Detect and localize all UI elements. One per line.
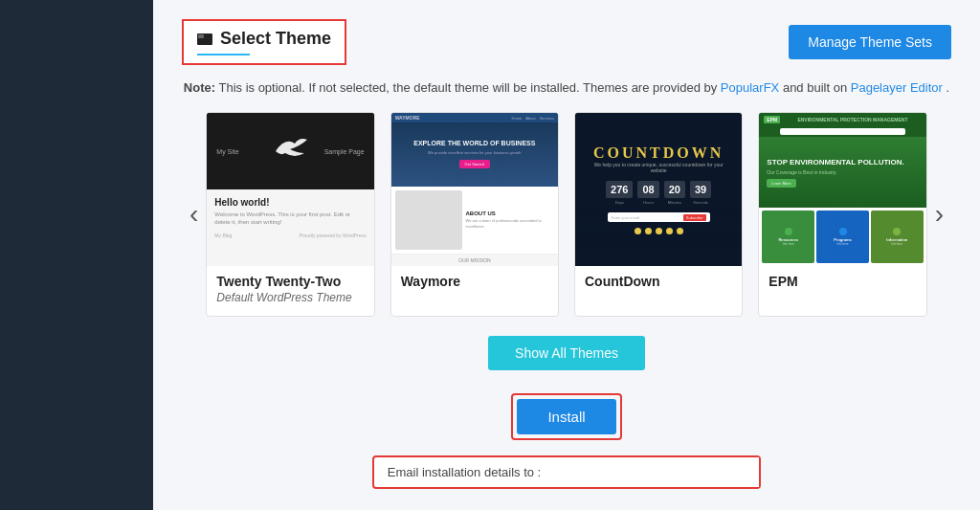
email-input[interactable] — [548, 457, 759, 487]
header-row: Select Theme Manage Theme Sets — [182, 19, 951, 65]
theme-preview-epm: EPM ENVIRONMENTAL PROTECTION MANAGEMENT … — [759, 113, 925, 266]
bird-icon — [271, 132, 309, 161]
theme-card-epm[interactable]: EPM ENVIRONMENTAL PROTECTION MANAGEMENT … — [758, 112, 926, 317]
carousel-prev-button[interactable]: ‹ — [182, 199, 206, 230]
themes-carousel: ‹ My Site Sample Page Hello world! Welco… — [182, 112, 951, 317]
sidebar — [0, 0, 153, 510]
install-button[interactable]: Install — [517, 399, 615, 434]
show-all-themes-button[interactable]: Show All Themes — [488, 336, 645, 370]
section-title-text: Select Theme — [220, 29, 331, 49]
section-title-box: Select Theme — [182, 19, 346, 65]
theme-icon — [197, 33, 212, 45]
theme-info-countdown: CountDown — [575, 266, 742, 300]
main-content: Select Theme Manage Theme Sets Note: Thi… — [153, 0, 980, 510]
show-all-wrapper: Show All Themes — [182, 336, 951, 370]
theme-card-waymore[interactable]: WAYMORE Home About Services EXPLORE THE … — [390, 112, 559, 317]
theme-info-twentytwotwo: Twenty Twenty-Two Default WordPress Them… — [207, 266, 373, 316]
theme-preview-twentytwotwo: My Site Sample Page Hello world! Welcome… — [207, 113, 373, 266]
note-middle: and built on — [783, 80, 851, 95]
theme-preview-countdown: COUNTDOWN We help you to create unique, … — [575, 113, 742, 266]
theme-info-waymore: Waymore — [391, 266, 558, 300]
note-body: This is optional. If not selected, the d… — [218, 80, 720, 95]
carousel-next-button[interactable]: › — [927, 199, 951, 230]
theme-info-epm: EPM — [759, 266, 925, 300]
title-underline — [197, 54, 250, 55]
note-label: Note: — [184, 80, 215, 95]
theme-card-countdown[interactable]: COUNTDOWN We help you to create unique, … — [574, 112, 743, 317]
pagelayer-link[interactable]: Pagelayer Editor — [851, 80, 943, 95]
themes-grid: My Site Sample Page Hello world! Welcome… — [206, 112, 926, 317]
email-label: Email installation details to : — [374, 457, 548, 487]
note-suffix: . — [947, 80, 950, 95]
popularfx-link[interactable]: PopularFX — [721, 80, 779, 95]
install-section: Install Email installation details to : — [182, 393, 951, 489]
theme-preview-waymore: WAYMORE Home About Services EXPLORE THE … — [391, 113, 558, 266]
note-text: Note: This is optional. If not selected,… — [182, 80, 951, 95]
manage-theme-sets-button[interactable]: Manage Theme Sets — [789, 25, 951, 59]
theme-card-twentytwotwo[interactable]: My Site Sample Page Hello world! Welcome… — [206, 112, 374, 317]
